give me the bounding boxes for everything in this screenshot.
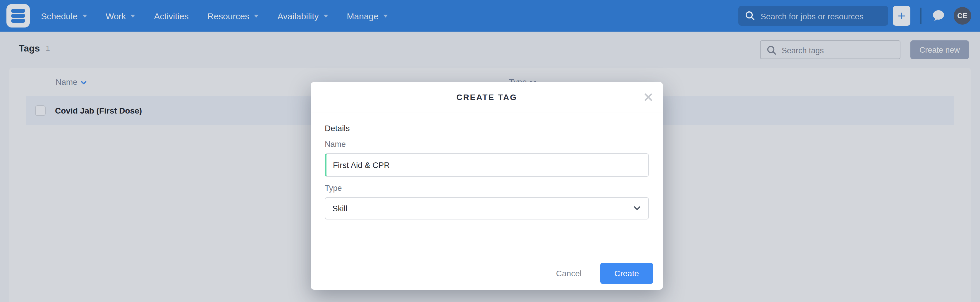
nav-item-manage[interactable]: Manage — [337, 0, 397, 32]
create-button[interactable]: Create — [600, 262, 653, 284]
create-plus-button[interactable]: + — [893, 6, 910, 26]
modal-body: Details Name Type Skill — [325, 113, 649, 219]
app-root: Schedule Work Activities Resources Avail… — [0, 0, 980, 302]
modal-title: CREATE TAG — [311, 82, 663, 112]
user-avatar[interactable]: CE — [954, 7, 971, 25]
modal-header: CREATE TAG — [311, 82, 663, 112]
create-tag-modal: CREATE TAG Details Name Type Skill Cance — [311, 82, 663, 290]
search-icon — [745, 11, 755, 21]
nav-item-label: Availability — [277, 11, 318, 21]
name-field-label: Name — [325, 140, 649, 149]
nav-divider — [920, 8, 921, 24]
nav-item-activities[interactable]: Activities — [145, 0, 198, 32]
nav-item-label: Activities — [154, 11, 189, 21]
nav-item-availability[interactable]: Availability — [268, 0, 337, 32]
skedulo-logo-icon[interactable] — [6, 4, 30, 27]
nav-item-label: Manage — [347, 11, 379, 21]
row-checkbox[interactable] — [35, 105, 46, 116]
cancel-button[interactable]: Cancel — [553, 268, 585, 278]
modal-footer: Cancel Create — [311, 256, 663, 290]
avatar-initials: CE — [957, 12, 967, 20]
type-field-label: Type — [325, 184, 649, 192]
chevron-down-icon — [254, 14, 259, 17]
selected-type-value: Skill — [332, 203, 347, 213]
nav-item-resources[interactable]: Resources — [198, 0, 268, 32]
tag-type-select[interactable]: Skill — [325, 197, 649, 219]
tags-search-input[interactable] — [781, 41, 897, 60]
tags-count-badge: 1 — [46, 44, 50, 52]
create-new-button[interactable]: Create new — [910, 40, 969, 59]
nav-menu: Schedule Work Activities Resources Avail… — [32, 0, 397, 32]
chevron-down-icon — [131, 14, 135, 17]
close-icon[interactable] — [644, 93, 652, 101]
chevron-down-icon — [383, 14, 388, 17]
column-header-name[interactable]: Name — [56, 77, 87, 87]
chevron-down-icon — [82, 14, 87, 17]
nav-item-label: Work — [106, 11, 126, 21]
nav-item-label: Resources — [207, 11, 249, 21]
chevron-down-icon — [323, 14, 328, 17]
top-nav: Schedule Work Activities Resources Avail… — [0, 0, 980, 32]
tag-name-input[interactable] — [325, 153, 649, 177]
search-icon — [767, 45, 777, 56]
sort-chevron-icon — [81, 81, 87, 84]
details-section-label: Details — [325, 124, 649, 133]
global-search-input[interactable] — [759, 6, 885, 27]
global-search — [738, 6, 888, 26]
nav-item-label: Schedule — [41, 11, 78, 21]
tag-name-cell: Covid Jab (First Dose) — [55, 96, 142, 125]
chat-bubble-icon[interactable] — [931, 10, 945, 22]
nav-item-work[interactable]: Work — [96, 0, 145, 32]
page-title: Tags1 — [19, 43, 50, 54]
chevron-down-icon — [634, 206, 641, 211]
nav-item-schedule[interactable]: Schedule — [32, 0, 96, 32]
column-header-label: Name — [56, 77, 78, 87]
tags-search — [760, 40, 900, 59]
